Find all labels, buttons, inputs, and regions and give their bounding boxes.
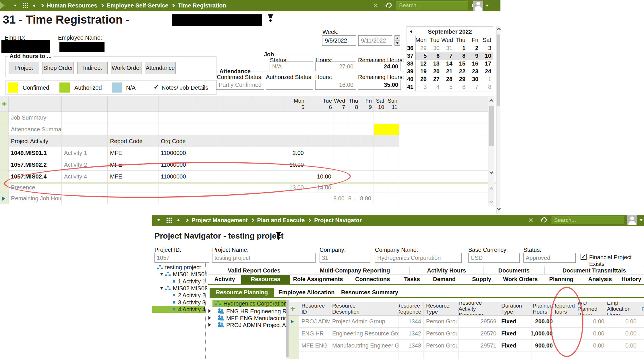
- resource-cell[interactable]: 200.00: [531, 316, 555, 327]
- calendar-day[interactable]: 19: [415, 68, 428, 75]
- add-row-button[interactable]: +: [0, 96, 9, 112]
- grid-cell[interactable]: 8.00: [360, 193, 374, 204]
- scrollbar-thumb[interactable]: [497, 34, 500, 106]
- resource-cell[interactable]: 0.00: [607, 328, 639, 339]
- calendar-day[interactable]: 29: [415, 44, 428, 52]
- grid-cell[interactable]: [284, 135, 306, 147]
- grid-cell[interactable]: [374, 135, 386, 147]
- resource-cell[interactable]: PROJ ADMIN: [299, 316, 330, 327]
- calendar-day[interactable]: 3: [415, 83, 428, 91]
- grid-cell[interactable]: [306, 159, 334, 170]
- grid-cell[interactable]: [347, 135, 360, 147]
- scroll-up-icon[interactable]: [497, 28, 501, 32]
- grid-cell[interactable]: [284, 193, 306, 204]
- grid-cell[interactable]: [374, 124, 386, 135]
- panel-splitter[interactable]: [205, 263, 206, 359]
- tab-documents[interactable]: Documents: [484, 266, 545, 274]
- grid-cell[interactable]: 2.00: [284, 147, 306, 159]
- grid-cell[interactable]: [306, 193, 334, 204]
- grid-cell[interactable]: [347, 124, 360, 135]
- calendar-day[interactable]: 17: [480, 60, 493, 68]
- attendance-remaining-field[interactable]: 35.00: [358, 80, 401, 90]
- add-hours-attendance-button[interactable]: Attendance: [145, 62, 176, 74]
- spinner-down-icon[interactable]: [395, 41, 400, 45]
- grid-cell[interactable]: [374, 112, 386, 124]
- grid-cell[interactable]: [386, 135, 399, 147]
- add-hours-work-order-button[interactable]: Work Order: [111, 62, 142, 74]
- base-currency-field[interactable]: USD: [468, 253, 520, 263]
- calendar-day[interactable]: 9: [467, 52, 480, 60]
- resource-cell[interactable]: 0.00: [607, 340, 639, 352]
- resource-cell[interactable]: Manufacutring Engineer Group: [330, 340, 399, 352]
- tab-resources[interactable]: Resources: [241, 275, 290, 284]
- grid-cell[interactable]: [334, 147, 347, 159]
- company-name-field[interactable]: Hydrogenics Corporation: [375, 253, 462, 263]
- grid-cell[interactable]: [334, 183, 347, 193]
- pin-icon[interactable]: [276, 232, 282, 240]
- resource-row[interactable]: ENG HREngineering Resource Group1342Pers…: [289, 328, 644, 340]
- resource-cell[interactable]: 29570: [459, 328, 499, 339]
- app-launcher-icon[interactable]: [23, 3, 28, 8]
- grid-cell[interactable]: [347, 183, 360, 193]
- resource-cell[interactable]: Fixed: [499, 328, 531, 339]
- grid-cell[interactable]: [306, 112, 334, 124]
- resource-cell[interactable]: 29569: [459, 316, 499, 327]
- calendar-day[interactable]: 14: [441, 60, 454, 68]
- tree-expander-icon[interactable]: [160, 287, 163, 290]
- tree-item-3-activity-3[interactable]: 3 Activity 3: [152, 299, 205, 306]
- calendar-day[interactable]: 1: [454, 44, 467, 52]
- grid-cell[interactable]: [360, 135, 374, 147]
- grid-cell[interactable]: [347, 159, 360, 170]
- refresh-icon[interactable]: [540, 216, 548, 223]
- resource-cell[interactable]: Fixed: [499, 316, 531, 327]
- week-from-field[interactable]: 9/5/2022: [322, 35, 356, 46]
- resource-row[interactable]: MFE ENGManufacutring Engineer Group1343P…: [289, 340, 644, 352]
- avatar-caret-icon[interactable]: [486, 5, 489, 7]
- tree-expander-icon[interactable]: [160, 273, 163, 276]
- attendance-hours-field[interactable]: 16.00: [315, 80, 356, 90]
- calendar-day[interactable]: 26: [415, 75, 428, 83]
- calendar-day[interactable]: 15: [454, 60, 467, 68]
- calendar-day[interactable]: 3: [480, 44, 493, 52]
- resource-cell[interactable]: 1343: [399, 340, 424, 352]
- grid-cell[interactable]: 10.00: [306, 171, 334, 182]
- calendar-day[interactable]: 16: [467, 60, 480, 68]
- tab-role-assignments[interactable]: Role Assignments: [290, 275, 346, 284]
- resource-cell[interactable]: MFE ENG: [299, 340, 330, 352]
- company-tree-item[interactable]: MFE ENG Manufacutring E: [207, 314, 286, 322]
- resource-cell[interactable]: 0.00: [577, 340, 607, 352]
- tree-item-2-activity-2[interactable]: 2 Activity 2: [152, 292, 205, 299]
- grid-cell[interactable]: [306, 147, 334, 159]
- scroll-up-icon[interactable]: [489, 187, 493, 191]
- add-hours-shop-order-button[interactable]: Shop Order: [42, 62, 74, 74]
- calendar-day[interactable]: 2: [467, 44, 480, 52]
- resource-row[interactable]: PROJ ADMINProject Admin Group1344Person …: [289, 316, 644, 328]
- resource-cell[interactable]: 900.00: [531, 340, 555, 352]
- calendar-day[interactable]: 31: [441, 44, 454, 52]
- resource-cell[interactable]: Engineering Resource Group: [330, 328, 399, 339]
- tab-connections[interactable]: Connections: [346, 275, 399, 284]
- grid-cell[interactable]: [347, 112, 360, 124]
- tab-employee-allocation[interactable]: Employee Allocation: [274, 288, 339, 297]
- calendar-day[interactable]: 27: [428, 75, 441, 83]
- avatar-caret-icon[interactable]: [640, 219, 643, 221]
- spinner-up-icon[interactable]: [395, 36, 400, 41]
- grid-cell[interactable]: [374, 171, 386, 182]
- resource-cell[interactable]: 29571: [459, 340, 499, 352]
- calendar-day[interactable]: 29: [454, 75, 467, 83]
- add-resource-button[interactable]: +: [290, 304, 295, 314]
- grid-cell[interactable]: [360, 112, 374, 124]
- grid-cell[interactable]: [334, 171, 347, 182]
- resource-cell[interactable]: [639, 340, 644, 352]
- grid-cell[interactable]: [386, 171, 399, 182]
- resource-cell[interactable]: Person Group: [424, 340, 459, 352]
- calendar-day[interactable]: 5: [441, 83, 454, 91]
- grid-row[interactable]: Remaining Job Hours8.008...8.00: [0, 193, 488, 204]
- breadcrumb-item[interactable]: Human Resources: [47, 2, 97, 9]
- tab-supply[interactable]: Supply: [464, 275, 500, 284]
- resource-cell[interactable]: Fixed: [499, 340, 531, 352]
- user-avatar-icon[interactable]: [627, 215, 637, 225]
- tab-work-orders[interactable]: Work Orders: [500, 275, 541, 284]
- breadcrumb-item[interactable]: Time Registration: [178, 2, 226, 9]
- grid-cell[interactable]: [306, 135, 334, 147]
